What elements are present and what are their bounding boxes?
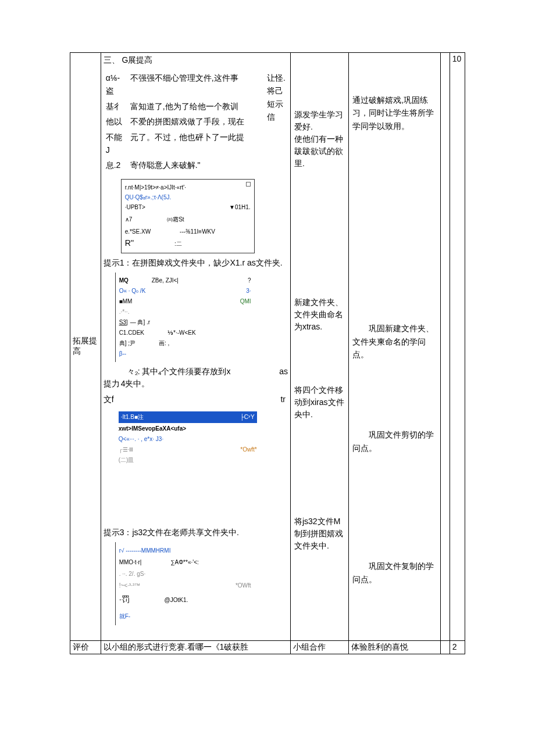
row-label: 评价 xyxy=(73,642,89,651)
section-title: 三、 G展提高 xyxy=(104,55,288,66)
time-value: 2 xyxy=(452,642,457,651)
spacer xyxy=(351,459,438,555)
story-right: 让怪.将己短示信 xyxy=(265,70,288,173)
spacer xyxy=(293,172,346,294)
time-cell: 10 xyxy=(450,53,465,641)
activity-text-b: 新建文件夹、文件夹曲命名为xtras. xyxy=(293,294,346,335)
purpose-text-d: 巩固文件复制的学问点。 xyxy=(351,555,438,590)
code-box-1: r.nt·M|>19t>≠·a>IJIt·«rt'· QU·Q$₂r».;τ·Λ… xyxy=(121,179,255,253)
story-layout: α⅛-盗不强强不细心管理文件,这件事让怪.将己短示信 基彳富知道了,他为了给他一… xyxy=(104,70,288,173)
row-label: 拓展提高 xyxy=(73,336,98,357)
code-box-3: ·It1.B■注├CʸY xwt>IMSevopEaXA<ufa> Q<«···… xyxy=(115,409,261,468)
story-paragraph: α⅛-盗不强强不细心管理文件,这件事让怪.将己短示信 基彳富知道了,他为了给他一… xyxy=(104,70,288,173)
empty-cell xyxy=(440,53,450,641)
activity-text-d: 将js32文件M制到拼图嬉戏文件夹中. xyxy=(293,513,346,554)
table-row: 拓展提高 三、 G展提高 α⅛-盗不强强不细心管理文件,这件事让怪.将己短示信 … xyxy=(70,53,465,641)
activity-text-c: 将四个文件移动到xiras文件央中. xyxy=(293,382,346,423)
time-cell: 2 xyxy=(450,640,465,654)
main-table: 拓展提高 三、 G展提高 α⅛-盗不强强不细心管理文件,这件事让怪.将己短示信 … xyxy=(70,52,465,654)
content-cell: 以小组的形式进行竞赛.看哪一《1破获胜 xyxy=(101,640,290,654)
table-row: 评价 以小组的形式进行竞赛.看哪一《1破获胜 小组合作 体验胜利的喜悦 2 xyxy=(70,640,465,654)
hint-text-2: 々₂: 其中₄个文件须要存放到xas 提力4夹中。 文ftr xyxy=(104,366,288,406)
time-value: 10 xyxy=(452,54,462,63)
purpose-text-a: 通过破解嬉戏,巩固练习，同时让学生将所学学同学以致用。 xyxy=(351,89,438,137)
page-root: 拓展提高 三、 G展提高 α⅛-盗不强强不细心管理文件,这件事让怪.将己短示信 … xyxy=(0,0,535,666)
code-box-4: r√ --------MMMHRMI MMO·t·r|∑AΦ**«·'<: . … xyxy=(115,542,255,625)
purpose-text-b: 巩固新建文件夹、文件夹柬命名的学问点。 xyxy=(351,317,438,366)
hint-text-1: 提示1：在拼图婢戏文件夹中，缺少X1.r as文件夹. xyxy=(104,257,288,269)
empty-cell xyxy=(440,640,450,654)
activity-text-a: 源发学生学习爱好. 使他们有一种跋跋欲试的欲里. xyxy=(293,106,346,172)
purpose-cell: 体验胜利的喜悦 xyxy=(348,640,440,654)
square-icon xyxy=(246,182,251,187)
spacer xyxy=(351,137,438,317)
spacer xyxy=(293,335,346,382)
row-label-cell: 拓展提高 xyxy=(70,53,101,641)
purpose-cell: 通过破解嬉戏,巩固练习，同时让学生将所学学同学以致用。 巩固新建文件夹、文件夹柬… xyxy=(348,53,440,641)
activity-cell: 小组合作 xyxy=(290,640,348,654)
spacer xyxy=(104,628,288,639)
spacer xyxy=(351,54,438,89)
spacer xyxy=(293,54,346,106)
spacer xyxy=(293,423,346,513)
activity-cell: 源发学生学习爱好. 使他们有一种跋跋欲试的欲里. 新建文件夹、文件夹曲命名为xt… xyxy=(290,53,348,641)
hint-text-3: 提示3：js32文件在老师共享文件夹中. xyxy=(104,526,288,539)
purpose-text-c: 巩固文件剪切的学问点。 xyxy=(351,424,438,459)
spacer xyxy=(351,366,438,424)
blue-title-bar: ·It1.B■注├CʸY xyxy=(119,411,257,423)
code-box-2: MQZBe, ZJI<|? O« · Q₀ /K3· ■MMQMI .·*··.… xyxy=(115,273,255,362)
row-label-cell: 评价 xyxy=(70,640,101,654)
content-cell: 三、 G展提高 α⅛-盗不强强不细心管理文件,这件事让怪.将己短示信 基彳富知道… xyxy=(101,53,290,641)
spacer xyxy=(104,471,288,523)
